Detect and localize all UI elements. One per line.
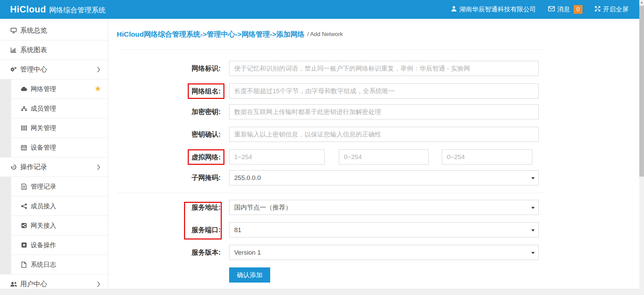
service-address-select[interactable]: 国内节点一（推荐） bbox=[229, 200, 539, 215]
sidebar-item-system-charts[interactable]: 系统图表 bbox=[0, 40, 108, 60]
form-row-network-group-name: 网络组名: bbox=[117, 83, 545, 99]
sidebar-item-network-management[interactable]: 网络管理 ★ bbox=[0, 79, 108, 99]
sidebar-item-device-management[interactable]: 设备管理 bbox=[0, 138, 108, 157]
sidebar-item-member-access[interactable]: 成员接入 bbox=[0, 196, 108, 216]
sidebar-item-label: 操作记录 bbox=[20, 162, 47, 172]
service-version-select[interactable]: Version 1 bbox=[229, 245, 539, 260]
app-logo: HiCloud 网络综合管理系统 bbox=[10, 4, 106, 15]
sidebar-item-management-records[interactable]: 管理记录 bbox=[0, 177, 108, 196]
form-row-encryption-key: 加密密钥: bbox=[117, 104, 545, 119]
fullscreen-button[interactable]: 开启全屏 bbox=[595, 5, 629, 14]
virtual-network-octet3-input[interactable] bbox=[442, 149, 532, 164]
subnet-mask-value: 255.0.0.0 bbox=[234, 174, 261, 181]
sidebar-item-system-logs[interactable]: 系统日志 bbox=[0, 255, 108, 274]
share-square-icon bbox=[20, 223, 28, 228]
key-confirm-input[interactable] bbox=[229, 127, 539, 142]
sidebar-item-label: 用户中心 bbox=[20, 280, 47, 289]
form-row-service-port: 服务端口: 81 bbox=[117, 222, 545, 237]
envelope-icon bbox=[548, 6, 555, 13]
service-port-select[interactable]: 81 bbox=[229, 222, 539, 237]
company-account[interactable]: 湖南华辰智通科技有限公司 bbox=[451, 5, 536, 14]
encryption-key-input[interactable] bbox=[229, 104, 539, 119]
logo-primary: HiCloud bbox=[10, 4, 46, 15]
sidebar-item-label: 系统日志 bbox=[31, 260, 56, 269]
service-port-label: 服务端口: bbox=[117, 222, 229, 237]
virtual-network-label: 虚拟网络: bbox=[191, 153, 221, 161]
caret-down-icon bbox=[531, 177, 535, 179]
share-icon bbox=[20, 204, 28, 209]
company-name: 湖南华辰智通科技有限公司 bbox=[459, 5, 536, 14]
chevron-right-icon bbox=[97, 281, 101, 289]
breadcrumb-path: HiCloud网络综合管理系统->管理中心->网络管理->添加网络 bbox=[117, 30, 305, 39]
sidebar-item-label: 成员接入 bbox=[31, 202, 56, 211]
chart-icon bbox=[9, 47, 18, 53]
scrollbar-thumb[interactable] bbox=[639, 6, 644, 177]
logo-secondary: 网络综合管理系统 bbox=[49, 5, 106, 15]
top-bar: HiCloud 网络综合管理系统 湖南华辰智通科技有限公司 消息 0 开启全屏 bbox=[0, 0, 644, 19]
sidebar-item-label: 网关接入 bbox=[31, 221, 56, 230]
network-group-name-input[interactable] bbox=[229, 83, 539, 99]
subnet-mask-select[interactable]: 255.0.0.0 bbox=[229, 170, 539, 185]
plus-square-icon bbox=[20, 242, 28, 248]
service-address-label: 服务地址: bbox=[117, 200, 229, 215]
star-icon: ★ bbox=[94, 84, 101, 93]
sidebar-item-gateway-access[interactable]: 网关接入 bbox=[0, 216, 108, 235]
virtual-network-octet2-input[interactable] bbox=[339, 149, 429, 164]
network-label-input[interactable] bbox=[229, 61, 539, 76]
chevron-right-icon bbox=[97, 67, 101, 74]
sidebar-item-label: 网络管理 bbox=[31, 85, 56, 94]
vertical-scrollbar[interactable] bbox=[639, 0, 644, 295]
sidebar-item-label: 成员管理 bbox=[31, 104, 56, 113]
subnet-mask-label: 子网掩码: bbox=[117, 170, 229, 185]
users-icon bbox=[9, 282, 18, 287]
key-confirm-label: 密钥确认: bbox=[117, 127, 229, 142]
gears-icon bbox=[9, 67, 18, 72]
network-group-name-label: 网络组名: bbox=[191, 87, 221, 95]
calendar-icon bbox=[20, 145, 28, 150]
grid-icon bbox=[20, 125, 28, 131]
form-row-service-version: 服务版本: Version 1 bbox=[117, 245, 545, 260]
service-port-value: 81 bbox=[234, 226, 241, 233]
sitemap-icon bbox=[20, 106, 28, 111]
sidebar-item-label: 系统图表 bbox=[20, 45, 47, 54]
highlight-box-group-name: 网络组名: bbox=[188, 83, 224, 99]
messages-button[interactable]: 消息 0 bbox=[548, 5, 582, 14]
service-version-value: Version 1 bbox=[234, 249, 261, 256]
confirm-add-button[interactable]: 确认添加 bbox=[229, 267, 270, 283]
network-label-label: 网络标识: bbox=[117, 61, 229, 76]
sidebar-item-device-operation[interactable]: 设备操作 bbox=[0, 235, 108, 255]
file-icon bbox=[20, 262, 28, 268]
breadcrumb: HiCloud网络综合管理系统->管理中心->网络管理->添加网络 / Add … bbox=[117, 19, 545, 50]
form-row-virtual-network: 虚拟网络: bbox=[117, 149, 545, 165]
sidebar-item-operation-records[interactable]: 操作记录 bbox=[0, 157, 108, 177]
sidebar-item-label: 设备操作 bbox=[31, 241, 56, 250]
caret-down-icon bbox=[531, 207, 535, 209]
scrollbar-up-arrow-icon[interactable] bbox=[640, 1, 643, 3]
sidebar-item-label: 系统总览 bbox=[20, 26, 47, 35]
service-section: 服务地址: 国内节点一（推荐） 服务端口: 81 bbox=[117, 200, 545, 237]
sidebar-item-label: 管理记录 bbox=[31, 182, 56, 191]
form-row-network-label: 网络标识: bbox=[117, 61, 545, 76]
caret-down-icon bbox=[531, 252, 535, 254]
form-row-subnet-mask: 子网掩码: 255.0.0.0 bbox=[117, 170, 545, 185]
sidebar-item-label: 管理中心 bbox=[20, 65, 47, 74]
form-row-key-confirm: 密钥确认: bbox=[117, 127, 545, 142]
sidebar-item-label: 设备管理 bbox=[31, 143, 56, 152]
fullscreen-label: 开启全屏 bbox=[603, 5, 629, 14]
service-version-label: 服务版本: bbox=[117, 245, 229, 260]
sidebar-item-member-management[interactable]: 成员管理 bbox=[0, 99, 108, 118]
caret-down-icon bbox=[531, 229, 535, 231]
user-icon bbox=[451, 6, 457, 13]
bottom-strip bbox=[0, 289, 644, 295]
file-text-icon bbox=[20, 184, 28, 190]
sidebar-item-gateway-management[interactable]: 网关管理 bbox=[0, 118, 108, 138]
messages-count-badge: 0 bbox=[574, 5, 582, 14]
service-address-value: 国内节点一（推荐） bbox=[234, 204, 292, 211]
chevron-right-icon bbox=[97, 164, 101, 172]
virtual-network-octet1-input[interactable] bbox=[229, 149, 325, 164]
messages-label: 消息 bbox=[557, 5, 570, 14]
sidebar-item-system-overview[interactable]: 系统总览 bbox=[0, 21, 108, 40]
main-content: HiCloud网络综合管理系统->管理中心->网络管理->添加网络 / Add … bbox=[109, 19, 639, 289]
sidebar-item-management-center[interactable]: 管理中心 bbox=[0, 60, 108, 79]
cloud-icon bbox=[20, 86, 28, 91]
